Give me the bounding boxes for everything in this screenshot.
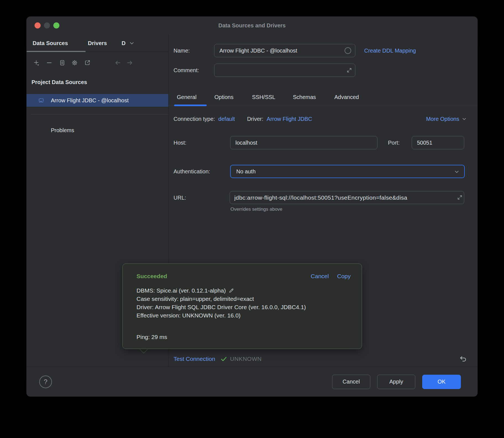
datasource-list-item-selected[interactable]: Arrow Flight JDBC - @localhost: [27, 94, 168, 107]
url-input[interactable]: [230, 191, 464, 204]
datasource-icon: [38, 97, 44, 103]
port-label: Port:: [388, 136, 400, 149]
driver-line: Driver: Arrow Flight SQL JDBC Driver Cor…: [136, 303, 348, 311]
tab-drivers[interactable]: Drivers: [88, 34, 107, 52]
active-tab-underline: [27, 51, 86, 52]
connection-type-value-link[interactable]: default: [218, 116, 235, 122]
comment-row: Comment:: [169, 64, 477, 77]
gear-icon[interactable]: [71, 59, 78, 66]
project-data-sources-header: Project Data Sources: [32, 78, 168, 86]
check-icon: [220, 355, 227, 363]
url-label: URL:: [174, 191, 186, 204]
popup-cancel-link[interactable]: Cancel: [311, 273, 329, 280]
nav-arrows: [115, 59, 133, 66]
url-row: URL:: [169, 191, 477, 204]
test-connection-row: Test Connection UNKNOWN: [169, 351, 477, 367]
tab-advanced[interactable]: Advanced: [334, 91, 359, 103]
driver-value-link[interactable]: Arrow Flight JDBC: [267, 116, 312, 122]
connection-result-popup: Succeeded Cancel Copy DBMS: Spice.ai (ve…: [122, 264, 362, 349]
comment-label: Comment:: [174, 64, 199, 77]
pencil-icon[interactable]: [229, 288, 234, 293]
connection-type-row: Connection type: default Driver: Arrow F…: [169, 114, 477, 124]
popup-copy-link[interactable]: Copy: [337, 273, 351, 280]
active-tab-indicator: [174, 105, 207, 106]
ok-button[interactable]: OK: [422, 375, 461, 389]
data-sources-dialog: Data Sources and Drivers Data Sources Dr…: [27, 17, 477, 397]
tab-schemas[interactable]: Schemas: [293, 91, 316, 103]
more-options-link[interactable]: More Options: [426, 116, 467, 122]
back-arrow-icon[interactable]: [115, 59, 121, 66]
connection-type-label: Connection type:: [174, 116, 215, 122]
tab-options[interactable]: Options: [214, 91, 233, 103]
settings-tab-bar: General Options SSH/SSL Schemas Advanced: [169, 91, 477, 103]
test-connection-status: UNKNOWN: [230, 356, 262, 362]
tab-general[interactable]: General: [177, 91, 196, 103]
titlebar: Data Sources and Drivers: [27, 17, 477, 34]
name-input[interactable]: [214, 44, 355, 57]
remove-icon[interactable]: [46, 59, 53, 66]
name-row: Name: Create DDL Mapping: [169, 44, 477, 57]
cancel-button[interactable]: Cancel: [332, 375, 370, 389]
sidebar-item-problems[interactable]: Problems: [27, 126, 168, 134]
add-icon[interactable]: [33, 59, 40, 66]
popup-body: DBMS: Spice.ai (ver. 0.12.1-alpha) Case …: [123, 280, 362, 341]
authentication-row: Authentication: No auth: [169, 165, 477, 178]
tab-data-sources[interactable]: Data Sources: [33, 34, 68, 52]
expand-icon[interactable]: [457, 195, 463, 200]
authentication-label: Authentication:: [174, 165, 210, 178]
chevron-down-icon: [454, 169, 460, 175]
expand-icon[interactable]: [347, 67, 352, 73]
url-hint: Overrides settings above: [230, 207, 282, 212]
driver-label: Driver:: [247, 116, 263, 122]
window-title: Data Sources and Drivers: [27, 17, 477, 34]
loading-circle-icon: [344, 47, 351, 54]
tab-overflow-chevron-icon[interactable]: [129, 40, 135, 46]
forward-arrow-icon[interactable]: [126, 59, 133, 66]
open-in-new-icon[interactable]: [84, 59, 91, 66]
dbms-line: DBMS: Spice.ai (ver. 0.12.1-alpha): [136, 286, 226, 295]
test-connection-link[interactable]: Test Connection: [174, 356, 215, 362]
help-icon[interactable]: ?: [39, 376, 52, 388]
ping-line: Ping: 29 ms: [136, 333, 348, 341]
sidebar-tab-bar: Data Sources Drivers D: [27, 34, 168, 52]
datasource-item-label: Arrow Flight JDBC - @localhost: [51, 97, 128, 104]
popup-header: Succeeded Cancel Copy: [123, 264, 362, 280]
create-ddl-mapping-link[interactable]: Create DDL Mapping: [364, 44, 416, 57]
status-succeeded: Succeeded: [136, 273, 167, 280]
port-input[interactable]: [412, 136, 464, 149]
more-options-label: More Options: [426, 116, 459, 122]
sidebar-toolbar: [27, 52, 168, 71]
name-label: Name:: [174, 44, 190, 57]
effective-version-line: Effective version: UNKNOWN (ver. 16.0): [136, 311, 348, 320]
host-input[interactable]: [230, 136, 377, 149]
tab-ddl-truncated[interactable]: D: [122, 34, 127, 52]
dialog-footer: ? Cancel Apply OK: [27, 367, 477, 397]
host-row: Host: Port:: [169, 136, 477, 149]
undo-icon[interactable]: [459, 355, 467, 363]
chevron-down-icon: [461, 116, 467, 122]
case-sensitivity-line: Case sensitivity: plain=upper, delimited…: [136, 295, 348, 303]
tabs-divider: [169, 106, 477, 106]
tab-ssh-ssl[interactable]: SSH/SSL: [252, 91, 275, 103]
apply-button[interactable]: Apply: [377, 375, 415, 389]
authentication-select[interactable]: No auth: [230, 165, 465, 178]
sidebar-divider: [31, 114, 169, 114]
authentication-value: No auth: [236, 165, 256, 178]
comment-input[interactable]: [214, 64, 355, 77]
host-label: Host:: [174, 136, 187, 149]
duplicate-icon[interactable]: [59, 59, 65, 66]
